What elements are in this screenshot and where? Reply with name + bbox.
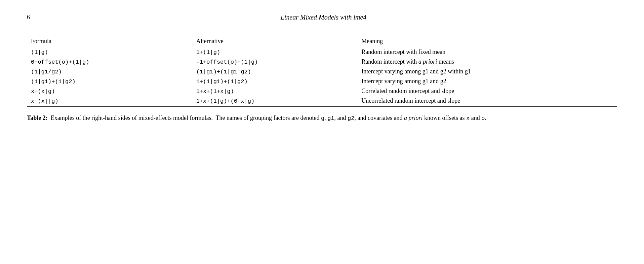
page-number: 6 — [27, 14, 30, 21]
caption-text: Examples of the right-hand sides of mixe… — [49, 114, 486, 121]
formula-cell: x+(x|g) — [27, 86, 192, 96]
formula-cell: (1|g) — [27, 47, 192, 57]
col-header-alternative: Alternative — [192, 35, 358, 47]
alternative-cell: 1+(1|g1)+(1|g2) — [192, 76, 358, 86]
meaning-cell: Random intercept with fixed mean — [357, 47, 617, 57]
alternative-cell: 1+x+(1+x|g) — [192, 86, 358, 96]
table-row: 0+offset(o)+(1|g) -1+offset(o)+(1|g) Ran… — [27, 57, 617, 67]
meaning-cell: Correlated random intercept and slope — [357, 86, 617, 96]
formula-cell: 0+offset(o)+(1|g) — [27, 57, 192, 67]
col-header-formula: Formula — [27, 35, 192, 47]
alternative-cell: 1+x+(1|g)+(0+x|g) — [192, 96, 358, 107]
table-row: x+(x|g) 1+x+(1+x|g) Correlated random in… — [27, 86, 617, 96]
table-row: (1|g) 1+(1|g) Random intercept with fixe… — [27, 47, 617, 57]
alternative-cell: 1+(1|g) — [192, 47, 358, 57]
alternative-cell: (1|g1)+(1|g1:g2) — [192, 67, 358, 76]
page-title: Linear Mixed Models with lme4 — [30, 13, 617, 21]
table-container: Formula Alternative Meaning (1|g) 1+(1|g… — [27, 35, 617, 107]
table-header-row: Formula Alternative Meaning — [27, 35, 617, 47]
formula-cell: x+(x||g) — [27, 96, 192, 107]
formula-cell: (1|g1)+(1|g2) — [27, 76, 192, 86]
meaning-cell: Intercept varying among g1 and g2 within… — [357, 67, 617, 76]
table-caption: Table 2: Examples of the right-hand side… — [27, 113, 617, 123]
caption-label: Table 2: — [27, 114, 48, 121]
col-header-meaning: Meaning — [357, 35, 617, 47]
formulas-table: Formula Alternative Meaning (1|g) 1+(1|g… — [27, 35, 617, 107]
formula-cell: (1|g1/g2) — [27, 67, 192, 76]
meaning-cell: Random intercept with a priori means — [357, 57, 617, 67]
page-header: 6 Linear Mixed Models with lme4 — [27, 13, 617, 21]
alternative-cell: -1+offset(o)+(1|g) — [192, 57, 358, 67]
table-row: x+(x||g) 1+x+(1|g)+(0+x|g) Uncorrelated … — [27, 96, 617, 107]
meaning-cell: Uncorrelated random intercept and slope — [357, 96, 617, 107]
meaning-cell: Intercept varying among g1 and g2 — [357, 76, 617, 86]
table-row: (1|g1/g2) (1|g1)+(1|g1:g2) Intercept var… — [27, 67, 617, 76]
table-row: (1|g1)+(1|g2) 1+(1|g1)+(1|g2) Intercept … — [27, 76, 617, 86]
